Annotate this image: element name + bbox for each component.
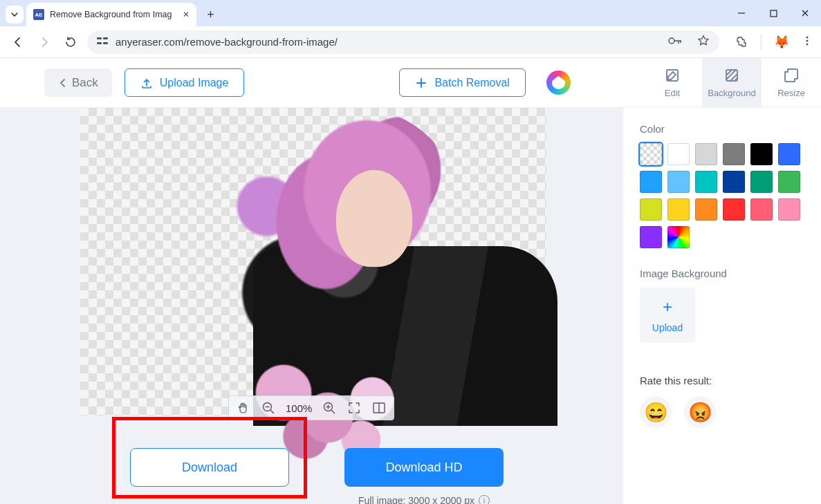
rate-label: Rate this result: — [640, 375, 821, 386]
rate-good-button[interactable]: 😄 — [640, 396, 672, 428]
window-close-button[interactable] — [789, 0, 821, 26]
batch-removal-button[interactable]: Batch Removal — [399, 68, 526, 97]
fit-screen-button[interactable] — [347, 400, 362, 416]
color-swatch-transparent[interactable] — [640, 143, 662, 165]
rate-row: 😄 😡 — [640, 396, 821, 428]
browser-toolbar: anyeraser.com/remove-background-from-ima… — [0, 26, 821, 58]
svg-rect-1 — [771, 10, 777, 17]
hand-tool-icon[interactable] — [236, 400, 251, 416]
color-swatch[interactable] — [695, 143, 717, 165]
svg-point-12 — [806, 43, 809, 45]
extensions-icon[interactable] — [735, 35, 748, 49]
upload-icon — [140, 77, 153, 89]
download-hd-button[interactable]: Download HD — [344, 448, 504, 487]
color-swatch[interactable] — [750, 171, 773, 193]
main-area: 100% Download placeholder Download HD Fu… — [0, 108, 821, 504]
new-tab-button[interactable]: + — [201, 5, 220, 24]
pinned-extension-icon[interactable]: 🦊 — [774, 35, 789, 50]
download-row: Download placeholder Download HD Full im… — [112, 441, 522, 504]
svg-rect-4 — [97, 42, 102, 44]
back-label: Back — [72, 76, 98, 90]
upload-image-label: Upload Image — [160, 77, 229, 89]
browser-menu-button[interactable] — [802, 35, 813, 49]
download-hd-label: Download HD — [385, 460, 462, 475]
rate-bad-button[interactable]: 😡 — [684, 396, 716, 428]
info-icon[interactable]: i — [479, 495, 490, 504]
tool-edit[interactable]: Edit — [643, 58, 702, 108]
password-key-icon[interactable] — [668, 36, 682, 48]
tabs-dropdown-button[interactable] — [6, 6, 24, 24]
tool-resize[interactable]: Resize — [762, 58, 821, 108]
edit-icon — [664, 67, 681, 84]
svg-line-16 — [270, 410, 274, 413]
window-maximize-button[interactable] — [757, 0, 789, 26]
browser-tab-strip: AE Remove Background from Imag ✕ + — [0, 0, 821, 26]
upload-image-button[interactable]: Upload Image — [124, 68, 245, 97]
user-avatar[interactable] — [546, 71, 571, 95]
app-header: Back Upload Image Batch Removal Edit Bac… — [0, 58, 821, 108]
color-swatch[interactable] — [640, 226, 662, 248]
nav-reload-button[interactable] — [61, 32, 80, 52]
window-minimize-button[interactable] — [726, 0, 757, 26]
color-swatch[interactable] — [723, 198, 745, 221]
resize-icon — [783, 67, 800, 84]
zoom-out-button[interactable] — [261, 400, 276, 416]
color-swatch[interactable] — [750, 198, 773, 221]
tab-title: Remove Background from Imag — [50, 10, 172, 19]
batch-removal-label: Batch Removal — [434, 77, 510, 89]
color-swatch[interactable] — [695, 171, 717, 193]
favicon-icon: AE — [33, 9, 44, 20]
color-swatch[interactable] — [640, 171, 662, 193]
tool-background-label: Background — [708, 88, 755, 98]
plus-icon — [415, 77, 427, 89]
address-bar[interactable]: anyeraser.com/remove-background-from-ima… — [87, 30, 719, 54]
compare-toggle-button[interactable] — [371, 400, 387, 416]
color-swatch[interactable] — [695, 198, 717, 221]
plus-icon: + — [663, 297, 672, 317]
svg-point-10 — [806, 36, 809, 38]
tool-resize-label: Resize — [777, 88, 805, 98]
zoom-in-button[interactable] — [322, 400, 337, 416]
color-swatch[interactable] — [667, 171, 690, 193]
bookmark-star-icon[interactable] — [697, 35, 710, 49]
nav-forward-button[interactable] — [35, 32, 54, 52]
chevron-left-icon — [58, 78, 68, 88]
svg-rect-3 — [103, 37, 108, 39]
svg-point-6 — [669, 38, 674, 44]
upload-tile-label: Upload — [652, 322, 683, 333]
color-swatch[interactable] — [778, 198, 800, 221]
upload-background-tile[interactable]: + Upload — [640, 288, 695, 343]
url-text: anyeraser.com/remove-background-from-ima… — [116, 36, 338, 48]
close-tab-icon[interactable]: ✕ — [183, 10, 190, 19]
color-section-label: Color — [640, 123, 821, 135]
color-swatch-picker[interactable] — [667, 226, 690, 248]
image-background-label: Image Background — [640, 268, 821, 279]
full-image-meta: Full image: 3000 x 2000 px — [358, 495, 474, 504]
nav-back-button[interactable] — [8, 32, 28, 52]
color-swatch[interactable] — [723, 143, 745, 165]
tool-background[interactable]: Background — [702, 58, 762, 108]
download-button[interactable]: Download — [130, 448, 289, 487]
svg-point-11 — [806, 39, 809, 41]
canvas-preview[interactable] — [80, 108, 546, 416]
zoom-level: 100% — [286, 402, 312, 414]
color-swatch[interactable] — [640, 198, 662, 221]
result-image — [212, 108, 571, 416]
tool-edit-label: Edit — [665, 88, 680, 98]
download-label: Download — [182, 460, 237, 475]
color-swatch[interactable] — [723, 171, 745, 193]
svg-rect-5 — [103, 42, 108, 44]
color-swatch[interactable] — [750, 143, 773, 165]
sidebar: Color Image Background + Upload Rate thi… — [622, 108, 821, 504]
color-swatch[interactable] — [778, 143, 800, 165]
svg-line-19 — [331, 410, 335, 413]
tool-tabs: Edit Background Resize — [643, 58, 821, 108]
color-swatch-grid — [640, 143, 806, 248]
back-button[interactable]: Back — [44, 68, 112, 97]
browser-tab[interactable]: AE Remove Background from Imag ✕ — [26, 3, 196, 26]
color-swatch[interactable] — [778, 171, 800, 193]
background-icon — [723, 67, 740, 84]
color-swatch[interactable] — [667, 198, 690, 221]
site-settings-icon[interactable] — [97, 36, 109, 48]
color-swatch[interactable] — [667, 143, 690, 165]
